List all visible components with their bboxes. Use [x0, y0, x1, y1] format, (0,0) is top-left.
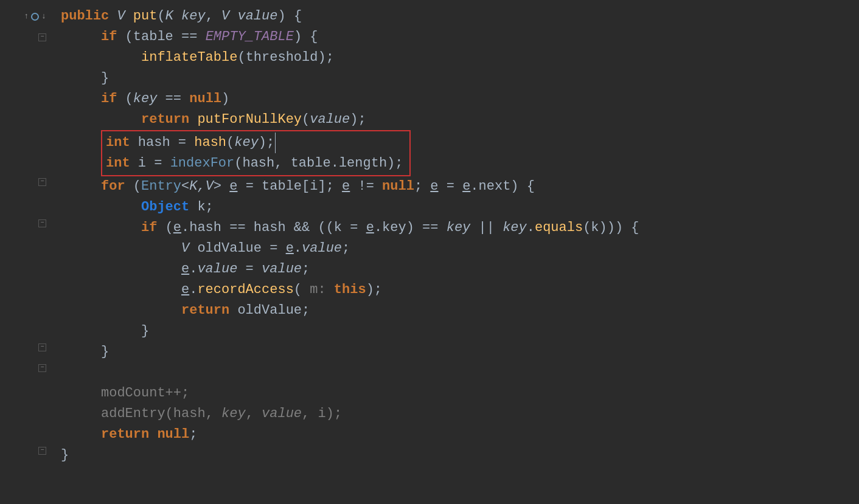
keyword-null-3: null: [157, 424, 189, 445]
type-V: V: [117, 6, 125, 27]
code-line-14: e. recordAccess ( m: this );: [61, 280, 859, 300]
gutter-row-1: ↑ ↓: [0, 6, 49, 27]
keyword-null-1: null: [189, 89, 221, 109]
param-key-cmp2: key: [503, 218, 527, 238]
code-line-8: int i = indexFor (hash, table.length);: [106, 153, 403, 174]
gutter-row-13: [0, 254, 49, 275]
method-indexFor: indexFor: [170, 153, 235, 174]
keyword-return-1: return: [141, 109, 189, 130]
class-entry: Entry: [141, 176, 181, 197]
param-K-key: K key: [165, 6, 206, 27]
code-line-5: if ( key == null ): [61, 89, 859, 109]
code-line-22: }: [61, 445, 859, 466]
code-line-2: if (table == EMPTY_TABLE ) {: [61, 27, 859, 47]
highlighted-region: int hash = hash ( key ); int i = indexFo…: [101, 130, 859, 176]
fold-icon-2[interactable]: −: [38, 33, 46, 41]
gutter-row-19: [0, 378, 49, 399]
code-line-19: modCount++;: [61, 383, 859, 404]
keyword-return-3: return: [101, 424, 149, 445]
method-inflateTable: inflateTable: [141, 47, 237, 68]
code-line-17: }: [61, 342, 859, 362]
keyword-if-3: if: [141, 218, 157, 238]
gutter-row-17: −: [0, 337, 49, 357]
gutter-row-9: −: [0, 171, 49, 192]
dot-breakpoint-icon[interactable]: [31, 13, 39, 21]
keyword-int-2: int: [106, 153, 130, 174]
method-addEntry: addEntry(hash,: [101, 404, 221, 424]
param-value-1: value: [310, 109, 350, 130]
gutter-row-20: [0, 399, 49, 419]
keyword-int-1: int: [106, 133, 130, 153]
code-editor: ↑ ↓ − − −: [0, 0, 859, 504]
gutter-row-10: [0, 192, 49, 213]
code-line-15: return oldValue;: [61, 300, 859, 321]
keyword-null-2: null: [382, 176, 414, 197]
param-key-add: key: [221, 404, 246, 424]
param-key-cmp: key: [447, 218, 471, 238]
code-line-3: inflateTable (threshold);: [61, 47, 859, 68]
gutter-row-16: [0, 316, 49, 337]
arrow-up-icon: ↑: [24, 10, 29, 22]
gutter-row-11: −: [0, 213, 49, 233]
code-line-13: e. value = value ;: [61, 259, 859, 280]
class-object: Object: [141, 197, 189, 218]
code-line-18: [61, 362, 859, 383]
fold-icon-11[interactable]: −: [38, 219, 46, 227]
fold-icon-17[interactable]: −: [38, 343, 46, 351]
gutter-row-12: [0, 233, 49, 254]
gutter-row-3: [0, 47, 49, 68]
var-key-1: key: [133, 89, 158, 109]
method-putForNullKey: putForNullKey: [197, 109, 302, 130]
code-line-10: Object k;: [61, 197, 859, 218]
keyword-for: for: [101, 176, 125, 197]
code-line-16: }: [61, 321, 859, 342]
statement-modCount: modCount++;: [101, 383, 189, 404]
param-V-value: V value: [221, 6, 277, 27]
code-content: public V put ( K key , V value ) { if (t…: [49, 6, 859, 498]
fold-icon-9[interactable]: −: [38, 178, 46, 186]
gutter-row-21: [0, 419, 49, 440]
param-label-m: m:: [310, 280, 325, 300]
param-value-assign: value: [262, 259, 302, 280]
code-line-12: V oldValue = e. value ;: [61, 238, 859, 259]
gutter-row-6: [0, 109, 49, 130]
keyword-if-1: if: [101, 27, 117, 47]
param-value-add: value: [262, 404, 302, 424]
method-put: put: [133, 6, 158, 27]
keyword-if-2: if: [101, 89, 117, 109]
gutter-row-14: [0, 275, 49, 295]
keyword-this: this: [334, 280, 366, 300]
code-line-11: if (e.hash == hash && ((k = e.key) == ke…: [61, 218, 859, 238]
gutter-row-15: [0, 295, 49, 316]
gutter-row-2: −: [0, 27, 49, 47]
gutter-row-8: [0, 151, 49, 171]
gutter-row-4: [0, 68, 49, 89]
code-line-1: public V put ( K key , V value ) {: [61, 6, 859, 27]
param-key-hash: key: [234, 133, 259, 153]
highlight-box: int hash = hash ( key ); int i = indexFo…: [101, 130, 411, 176]
code-line-9: for ( Entry < K,V > e = table[i]; e != n…: [61, 176, 859, 197]
keyword-return-2: return: [181, 300, 229, 321]
method-equals: equals: [535, 218, 583, 238]
cursor: [275, 133, 283, 153]
var-value-2: value: [302, 238, 342, 259]
code-line-21: return null ;: [61, 424, 859, 445]
gutter-row-22: −: [0, 440, 49, 461]
type-V-2: V: [181, 238, 189, 259]
fold-icon-22[interactable]: −: [38, 447, 46, 455]
arrow-down-icon: ↓: [41, 10, 46, 22]
method-hash: hash: [194, 133, 226, 153]
left-gutter: ↑ ↓ − − −: [0, 6, 49, 498]
const-empty-table: EMPTY_TABLE: [206, 27, 294, 47]
keyword-public: public: [61, 6, 109, 27]
code-line-4: }: [61, 68, 859, 89]
code-line-7: int hash = hash ( key );: [106, 133, 403, 153]
fold-icon-18[interactable]: −: [38, 364, 46, 372]
type-params-KV: K,V: [189, 176, 214, 197]
method-recordAccess: recordAccess: [197, 280, 293, 300]
code-line-6: return putForNullKey ( value );: [61, 109, 859, 130]
gutter-row-18: −: [0, 357, 49, 378]
gutter-row-5: [0, 89, 49, 109]
var-value-3: value: [197, 259, 237, 280]
gutter-row-7: [0, 130, 49, 151]
